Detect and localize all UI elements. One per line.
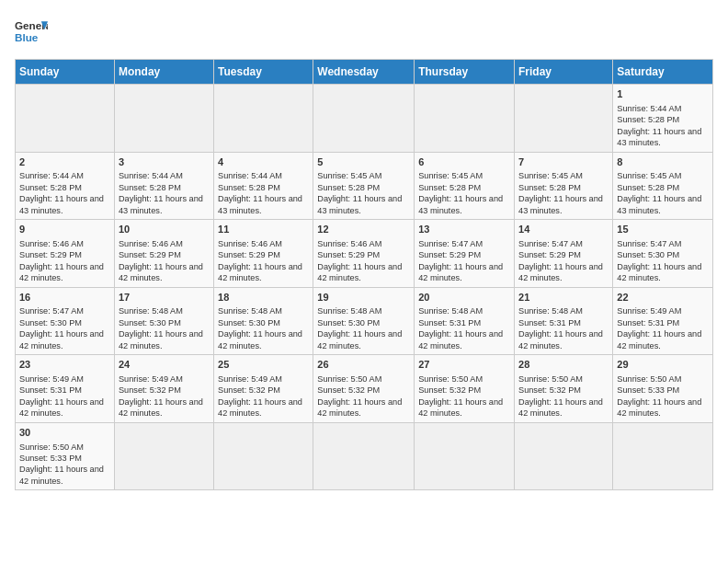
cell-info: Sunrise: 5:48 AM Sunset: 5:31 PM Dayligh… <box>518 305 609 351</box>
cell-info: Sunrise: 5:50 AM Sunset: 5:33 PM Dayligh… <box>617 373 709 419</box>
logo-icon: General Blue <box>15 15 48 48</box>
calendar-cell <box>214 85 313 153</box>
day-number: 28 <box>518 358 609 372</box>
col-header-wednesday: Wednesday <box>313 60 415 85</box>
calendar-cell: 5Sunrise: 5:45 AM Sunset: 5:28 PM Daylig… <box>313 152 415 220</box>
calendar-cell: 7Sunrise: 5:45 AM Sunset: 5:28 PM Daylig… <box>515 152 613 220</box>
day-number: 7 <box>518 155 609 169</box>
day-number: 16 <box>19 291 110 304</box>
calendar-cell: 1Sunrise: 5:44 AM Sunset: 5:28 PM Daylig… <box>613 85 713 153</box>
cell-info: Sunrise: 5:50 AM Sunset: 5:33 PM Dayligh… <box>19 442 110 488</box>
calendar-table: SundayMondayTuesdayWednesdayThursdayFrid… <box>15 59 713 490</box>
day-number: 11 <box>218 223 309 236</box>
col-header-sunday: Sunday <box>16 60 115 85</box>
cell-info: Sunrise: 5:45 AM Sunset: 5:28 PM Dayligh… <box>518 170 609 216</box>
col-header-friday: Friday <box>515 60 613 85</box>
calendar-cell: 14Sunrise: 5:47 AM Sunset: 5:29 PM Dayli… <box>515 220 613 288</box>
day-number: 9 <box>19 223 110 236</box>
cell-info: Sunrise: 5:50 AM Sunset: 5:32 PM Dayligh… <box>518 373 609 419</box>
calendar-cell: 8Sunrise: 5:45 AM Sunset: 5:28 PM Daylig… <box>613 152 713 220</box>
col-header-monday: Monday <box>114 60 213 85</box>
calendar-week-1: 1Sunrise: 5:44 AM Sunset: 5:28 PM Daylig… <box>16 85 713 153</box>
page-header: General Blue <box>15 15 713 48</box>
day-number: 2 <box>19 155 110 169</box>
calendar-cell: 3Sunrise: 5:44 AM Sunset: 5:28 PM Daylig… <box>114 152 213 220</box>
cell-info: Sunrise: 5:47 AM Sunset: 5:30 PM Dayligh… <box>19 305 110 351</box>
cell-info: Sunrise: 5:48 AM Sunset: 5:30 PM Dayligh… <box>317 305 410 351</box>
calendar-week-2: 2Sunrise: 5:44 AM Sunset: 5:28 PM Daylig… <box>16 152 713 220</box>
calendar-cell: 18Sunrise: 5:48 AM Sunset: 5:30 PM Dayli… <box>214 287 313 355</box>
day-number: 17 <box>119 291 210 304</box>
day-number: 23 <box>19 358 110 372</box>
col-header-tuesday: Tuesday <box>214 60 313 85</box>
calendar-cell: 28Sunrise: 5:50 AM Sunset: 5:32 PM Dayli… <box>515 355 613 423</box>
calendar-cell: 25Sunrise: 5:49 AM Sunset: 5:32 PM Dayli… <box>214 355 313 423</box>
calendar-cell: 10Sunrise: 5:46 AM Sunset: 5:29 PM Dayli… <box>114 220 213 288</box>
calendar-week-5: 23Sunrise: 5:49 AM Sunset: 5:31 PM Dayli… <box>16 355 713 423</box>
svg-text:Blue: Blue <box>15 31 39 43</box>
calendar-cell: 29Sunrise: 5:50 AM Sunset: 5:33 PM Dayli… <box>613 355 713 423</box>
logo: General Blue <box>15 15 48 48</box>
day-number: 8 <box>617 155 709 169</box>
day-number: 10 <box>119 223 210 236</box>
cell-info: Sunrise: 5:46 AM Sunset: 5:29 PM Dayligh… <box>119 238 210 284</box>
calendar-cell: 9Sunrise: 5:46 AM Sunset: 5:29 PM Daylig… <box>16 220 115 288</box>
day-number: 5 <box>317 155 410 169</box>
calendar-cell: 13Sunrise: 5:47 AM Sunset: 5:29 PM Dayli… <box>415 220 515 288</box>
cell-info: Sunrise: 5:44 AM Sunset: 5:28 PM Dayligh… <box>617 103 709 149</box>
calendar-cell: 2Sunrise: 5:44 AM Sunset: 5:28 PM Daylig… <box>16 152 115 220</box>
calendar-cell: 6Sunrise: 5:45 AM Sunset: 5:28 PM Daylig… <box>415 152 515 220</box>
calendar-cell: 11Sunrise: 5:46 AM Sunset: 5:29 PM Dayli… <box>214 220 313 288</box>
day-number: 21 <box>518 291 609 304</box>
cell-info: Sunrise: 5:47 AM Sunset: 5:29 PM Dayligh… <box>418 238 510 284</box>
day-number: 25 <box>218 358 309 372</box>
calendar-cell: 22Sunrise: 5:49 AM Sunset: 5:31 PM Dayli… <box>613 287 713 355</box>
calendar-week-3: 9Sunrise: 5:46 AM Sunset: 5:29 PM Daylig… <box>16 220 713 288</box>
cell-info: Sunrise: 5:49 AM Sunset: 5:32 PM Dayligh… <box>119 373 210 419</box>
calendar-cell <box>613 422 713 490</box>
cell-info: Sunrise: 5:45 AM Sunset: 5:28 PM Dayligh… <box>617 170 709 216</box>
calendar-cell: 30Sunrise: 5:50 AM Sunset: 5:33 PM Dayli… <box>16 422 115 490</box>
cell-info: Sunrise: 5:44 AM Sunset: 5:28 PM Dayligh… <box>119 170 210 216</box>
cell-info: Sunrise: 5:45 AM Sunset: 5:28 PM Dayligh… <box>317 170 410 216</box>
calendar-cell: 23Sunrise: 5:49 AM Sunset: 5:31 PM Dayli… <box>16 355 115 423</box>
calendar-cell: 19Sunrise: 5:48 AM Sunset: 5:30 PM Dayli… <box>313 287 415 355</box>
calendar-cell: 12Sunrise: 5:46 AM Sunset: 5:29 PM Dayli… <box>313 220 415 288</box>
day-number: 12 <box>317 223 410 236</box>
day-number: 18 <box>218 291 309 304</box>
calendar-cell: 27Sunrise: 5:50 AM Sunset: 5:32 PM Dayli… <box>415 355 515 423</box>
cell-info: Sunrise: 5:49 AM Sunset: 5:31 PM Dayligh… <box>617 305 709 351</box>
calendar-cell: 24Sunrise: 5:49 AM Sunset: 5:32 PM Dayli… <box>114 355 213 423</box>
calendar-cell <box>515 422 613 490</box>
col-header-thursday: Thursday <box>415 60 515 85</box>
day-number: 24 <box>119 358 210 372</box>
calendar-cell <box>415 422 515 490</box>
calendar-cell <box>415 85 515 153</box>
col-header-saturday: Saturday <box>613 60 713 85</box>
day-number: 14 <box>518 223 609 236</box>
day-number: 1 <box>617 87 709 101</box>
calendar-cell: 26Sunrise: 5:50 AM Sunset: 5:32 PM Dayli… <box>313 355 415 423</box>
calendar-cell: 4Sunrise: 5:44 AM Sunset: 5:28 PM Daylig… <box>214 152 313 220</box>
cell-info: Sunrise: 5:46 AM Sunset: 5:29 PM Dayligh… <box>317 238 410 284</box>
cell-info: Sunrise: 5:44 AM Sunset: 5:28 PM Dayligh… <box>218 170 309 216</box>
cell-info: Sunrise: 5:48 AM Sunset: 5:31 PM Dayligh… <box>418 305 510 351</box>
calendar-cell: 16Sunrise: 5:47 AM Sunset: 5:30 PM Dayli… <box>16 287 115 355</box>
calendar-cell: 17Sunrise: 5:48 AM Sunset: 5:30 PM Dayli… <box>114 287 213 355</box>
calendar-cell <box>114 422 213 490</box>
calendar-cell <box>515 85 613 153</box>
cell-info: Sunrise: 5:50 AM Sunset: 5:32 PM Dayligh… <box>418 373 510 419</box>
calendar-header-row: SundayMondayTuesdayWednesdayThursdayFrid… <box>16 60 713 85</box>
cell-info: Sunrise: 5:47 AM Sunset: 5:30 PM Dayligh… <box>617 238 709 284</box>
cell-info: Sunrise: 5:46 AM Sunset: 5:29 PM Dayligh… <box>19 238 110 284</box>
calendar-cell <box>214 422 313 490</box>
cell-info: Sunrise: 5:49 AM Sunset: 5:32 PM Dayligh… <box>218 373 309 419</box>
calendar-cell <box>313 422 415 490</box>
calendar-cell <box>16 85 115 153</box>
cell-info: Sunrise: 5:44 AM Sunset: 5:28 PM Dayligh… <box>19 170 110 216</box>
day-number: 6 <box>418 155 510 169</box>
day-number: 15 <box>617 223 709 236</box>
cell-info: Sunrise: 5:50 AM Sunset: 5:32 PM Dayligh… <box>317 373 410 419</box>
day-number: 27 <box>418 358 510 372</box>
calendar-cell: 20Sunrise: 5:48 AM Sunset: 5:31 PM Dayli… <box>415 287 515 355</box>
